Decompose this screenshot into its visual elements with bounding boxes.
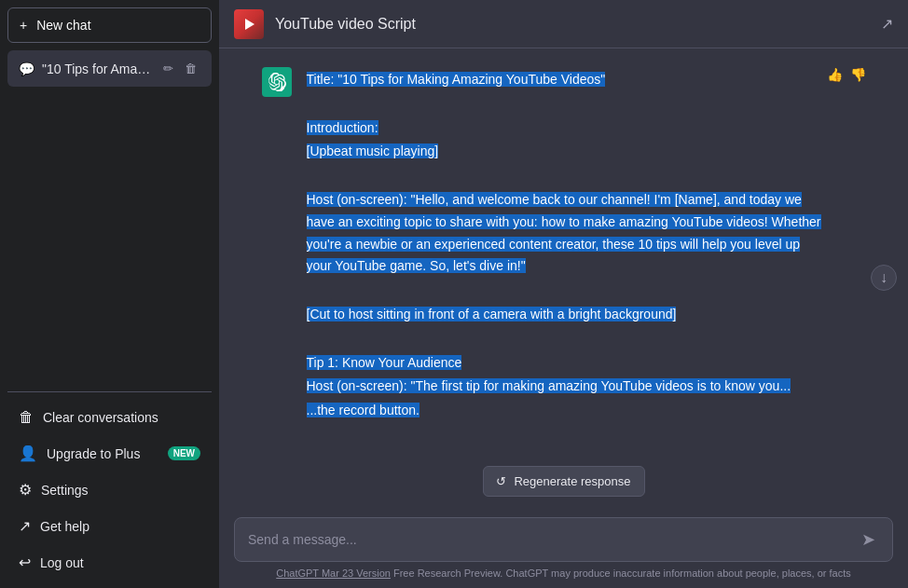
input-box: ➤ [234, 517, 893, 562]
msg-line-cut: [Cut to host sitting in front of a camer… [307, 304, 827, 326]
msg-line-record: ...the record button. [307, 400, 827, 422]
msg-line-blank1 [307, 93, 827, 116]
thumbs-up-button[interactable]: 👍 [827, 67, 843, 82]
sidebar-item-logout[interactable]: ↩ Log out [7, 544, 212, 581]
help-icon: ↗ [19, 517, 31, 535]
ai-avatar [262, 67, 292, 97]
regenerate-tooltip[interactable]: ↺ Regenerate response [482, 466, 644, 497]
send-button[interactable]: ➤ [858, 527, 879, 552]
msg-line-title: Title: "10 Tips for Making Amazing YouTu… [307, 69, 827, 91]
help-label: Get help [40, 519, 200, 534]
footer-description: Free Research Preview. ChatGPT may produ… [391, 567, 851, 579]
plus-icon: + [20, 18, 27, 33]
header: YouTube video Script ↗ [219, 0, 908, 48]
selected-text: Host (on-screen): "The first tip for mak… [307, 378, 791, 393]
new-chat-button[interactable]: + New chat [7, 7, 212, 43]
page-title: YouTube video Script [275, 16, 881, 33]
selected-text: [Cut to host sitting in front of a camer… [307, 307, 677, 321]
sidebar-item-help[interactable]: ↗ Get help [7, 508, 212, 544]
chat-area-wrapper: Title: "10 Tips for Making Amazing YouTu… [219, 48, 908, 506]
selected-text: ...the record button. [307, 403, 420, 417]
gear-icon: ⚙ [19, 481, 32, 499]
chat-item-label: "10 Tips for Amazing Yo [42, 62, 156, 76]
selected-text: Host (on-screen): "Hello, and welcome ba… [307, 192, 821, 273]
chat-area: Title: "10 Tips for Making Amazing YouTu… [219, 48, 908, 506]
play-icon [245, 19, 255, 30]
msg-line-host2: Host (on-screen): "The first tip for mak… [307, 376, 827, 398]
msg-line-blank4 [307, 328, 827, 350]
selected-text: Title: "10 Tips for Making Amazing YouTu… [307, 72, 606, 87]
external-link-icon[interactable]: ↗ [881, 15, 893, 33]
footer-text: ChatGPT Mar 23 Version Free Research Pre… [234, 562, 893, 582]
msg-line-blank3 [307, 280, 827, 302]
msg-line-intro: Introduction: [307, 117, 827, 140]
msg-line-tip1: Tip 1: Know Your Audience [307, 352, 827, 375]
thumbs-down-button[interactable]: 👎 [850, 67, 866, 82]
edit-chat-button[interactable]: ✏ [159, 60, 177, 77]
chat-icon: 💬 [19, 62, 34, 76]
clear-label: Clear conversations [43, 410, 200, 425]
sidebar-item-clear[interactable]: 🗑 Clear conversations [7, 400, 212, 435]
ai-message-row: Title: "10 Tips for Making Amazing YouTu… [262, 67, 866, 424]
chevron-down-icon: ↓ [880, 269, 887, 286]
regenerate-label: Regenerate response [514, 474, 630, 488]
sidebar-bottom: 🗑 Clear conversations 👤 Upgrade to Plus … [7, 391, 212, 581]
msg-line-blank2 [307, 165, 827, 187]
scroll-down-button[interactable]: ↓ [871, 265, 897, 291]
selected-text: Tip 1: Know Your Audience [307, 355, 462, 370]
header-avatar [234, 9, 264, 39]
logout-label: Log out [40, 555, 200, 570]
settings-label: Settings [41, 483, 200, 498]
chat-item[interactable]: 💬 "10 Tips for Amazing Yo ✏ 🗑 [7, 50, 212, 87]
message-block: Title: "10 Tips for Making Amazing YouTu… [247, 67, 881, 424]
avatar-inner [234, 9, 264, 39]
message-body: Title: "10 Tips for Making Amazing YouTu… [307, 67, 866, 424]
sidebar-item-settings[interactable]: ⚙ Settings [7, 472, 212, 508]
regenerate-icon: ↺ [496, 474, 506, 488]
main-area: YouTube video Script ↗ [219, 0, 908, 588]
selected-text: [Upbeat music playing] [307, 144, 439, 158]
message-actions: 👍 👎 [827, 67, 866, 82]
message-input[interactable] [248, 532, 858, 547]
delete-chat-button[interactable]: 🗑 [181, 60, 200, 77]
chat-item-actions: ✏ 🗑 [159, 60, 200, 77]
msg-line-music: [Upbeat music playing] [307, 141, 827, 163]
upgrade-label: Upgrade to Plus [47, 446, 158, 461]
chat-history: 💬 "10 Tips for Amazing Yo ✏ 🗑 [7, 50, 212, 391]
logout-icon: ↩ [19, 554, 31, 571]
trash-icon: 🗑 [19, 409, 34, 426]
person-icon: 👤 [19, 444, 37, 462]
msg-line-host: Host (on-screen): "Hello, and welcome ba… [307, 189, 827, 278]
footer-link[interactable]: ChatGPT Mar 23 Version [276, 567, 391, 579]
sidebar: + New chat 💬 "10 Tips for Amazing Yo ✏ 🗑… [0, 0, 219, 588]
new-badge: NEW [168, 446, 200, 460]
new-chat-label: New chat [36, 18, 90, 33]
input-area: ➤ ChatGPT Mar 23 Version Free Research P… [219, 506, 908, 588]
selected-text: Introduction: [307, 120, 378, 135]
sidebar-item-upgrade[interactable]: 👤 Upgrade to Plus NEW [7, 435, 212, 472]
